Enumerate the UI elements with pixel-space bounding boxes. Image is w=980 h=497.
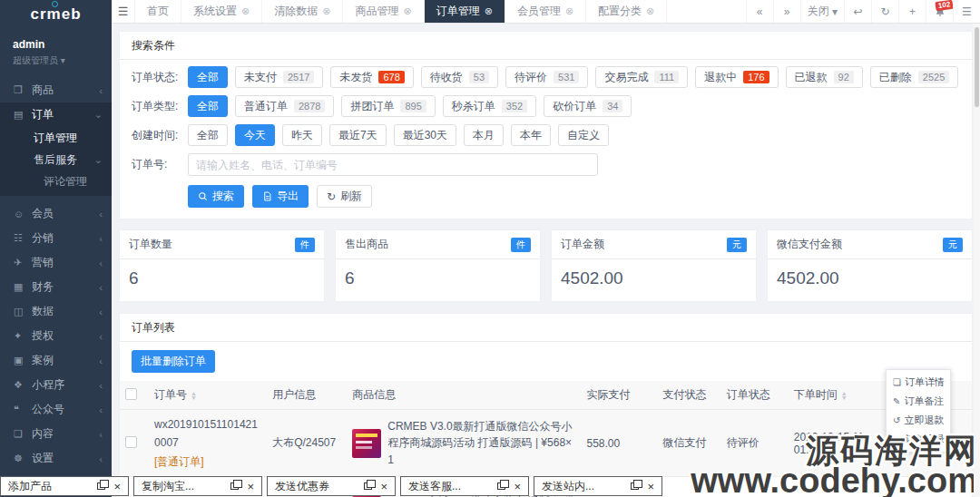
time-filter-7days[interactable]: 最近7天 (329, 124, 387, 146)
tab-close-icon[interactable]: ⊗ (322, 5, 330, 17)
tab-system-settings[interactable]: 系统设置⊗ (181, 0, 262, 23)
sidebar-item-goods[interactable]: ❒ 商品 ‹ (0, 78, 112, 102)
select-all-checkbox[interactable] (125, 388, 137, 400)
close-icon[interactable]: × (514, 480, 521, 493)
notification-bell-icon[interactable]: 102 (926, 0, 953, 23)
status-filter-complete[interactable]: 交易完成111 (595, 66, 688, 88)
time-filter-year[interactable]: 本年 (511, 124, 551, 146)
sidebar-item-miniprogram[interactable]: ❖小程序‹ (0, 373, 112, 397)
task-tab-send-service[interactable]: 发送客服...× (400, 476, 529, 496)
sidebar-item-member[interactable]: ☺会员‹ (0, 201, 112, 226)
sidebar-item-order[interactable]: ▤ 订单 ⌄ (0, 102, 112, 127)
restore-window-icon[interactable] (631, 482, 639, 490)
hamburger-icon[interactable]: ☰ (112, 0, 135, 23)
task-tab-send-site-msg[interactable]: 发送站内...× (534, 476, 662, 496)
sort-icon[interactable]: ▲▼ (841, 391, 848, 400)
time-filter-month[interactable]: 本月 (464, 124, 504, 146)
time-filter-yesterday[interactable]: 昨天 (282, 124, 322, 146)
menu-item-order-detail[interactable]: ❏订单详情 (887, 373, 950, 392)
nav-back-tabs-icon[interactable]: « (746, 0, 773, 23)
sidebar-item-settings[interactable]: ☸设置‹ (0, 446, 112, 471)
tab-close-icon[interactable]: ⊗ (646, 5, 654, 17)
status-filter-to-review[interactable]: 待评价531 (505, 66, 588, 88)
menu-item-order-remark[interactable]: ✎订单备注 (887, 392, 950, 411)
create-time-label: 创建时间: (132, 124, 188, 146)
tab-order-manage[interactable]: 订单管理⊗ (425, 0, 505, 23)
export-button[interactable]: 导出 (252, 185, 309, 208)
scrollbar-thumb[interactable] (975, 27, 979, 107)
back-icon[interactable]: ↩ (844, 0, 871, 23)
status-filter-refunded[interactable]: 已退款92 (786, 66, 863, 88)
user-role-dropdown[interactable]: 超级管理员 ▾ (13, 54, 99, 67)
sort-icon[interactable]: ▲▼ (191, 391, 197, 400)
close-icon[interactable]: × (247, 480, 254, 493)
chevron-down-icon: ⌄ (94, 154, 103, 166)
search-button[interactable]: 搜索 (188, 185, 244, 208)
tab-close-icon[interactable]: ⊗ (403, 5, 411, 17)
new-tab-icon[interactable]: + (898, 0, 926, 23)
sidebar-item-order-manage[interactable]: 订单管理 (0, 127, 112, 149)
time-filter-30days[interactable]: 最近30天 (394, 124, 456, 146)
status-filter-refunding[interactable]: 退款中176 (695, 66, 778, 88)
status-filter-deleted[interactable]: 已删除2525 (870, 66, 958, 88)
user-info: 大布Q/24507 (267, 410, 347, 477)
task-tab-copy-taobao[interactable]: 复制淘宝...× (133, 476, 262, 496)
type-filter-bargain[interactable]: 砍价订单34 (544, 95, 632, 117)
close-icon[interactable]: × (380, 480, 387, 493)
stat-value: 4502.00 (768, 259, 972, 301)
tab-home[interactable]: 首页 (135, 0, 181, 23)
chevron-left-icon: ‹ (99, 258, 103, 268)
close-icon[interactable]: × (647, 480, 654, 493)
time-filter-today[interactable]: 今天 (235, 124, 275, 146)
chevron-left-icon: ‹ (99, 85, 103, 96)
time-filter-all[interactable]: 全部 (188, 124, 228, 146)
sidebar-item-finance[interactable]: ▦财务‹ (0, 275, 112, 299)
order-search-input[interactable] (188, 153, 598, 176)
task-tab-send-coupon[interactable]: 发送优惠券× (267, 476, 396, 496)
order-no: wx2019101511014210007 (154, 415, 261, 453)
stat-label: 订单金额 (561, 237, 604, 252)
menu-icon[interactable]: ☰ (953, 0, 980, 23)
close-icon[interactable]: × (113, 480, 121, 493)
tab-config-category[interactable]: 配置分类⊗ (586, 0, 667, 23)
brand-logo[interactable]: crmeb (0, 0, 112, 29)
menu-item-order-record[interactable]: ▤订单记录 (887, 430, 950, 449)
tab-goods-manage[interactable]: 商品管理⊗ (343, 0, 424, 23)
nav-forward-tabs-icon[interactable]: » (773, 0, 800, 23)
restore-window-icon[interactable] (97, 482, 105, 490)
restore-window-icon[interactable] (364, 482, 372, 490)
tab-close-icon[interactable]: ⊗ (565, 5, 573, 17)
sidebar-item-after-sale[interactable]: 售后服务 ⌄ (0, 149, 112, 171)
sidebar-item-content[interactable]: ❏内容‹ (0, 422, 112, 446)
type-filter-normal[interactable]: 普通订单2878 (235, 95, 334, 117)
tab-close-icon[interactable]: ⊗ (485, 5, 493, 17)
time-filter-custom[interactable]: 自定义 (558, 124, 609, 146)
tab-close-icon[interactable]: ⊗ (241, 5, 250, 17)
task-tab-add-product[interactable]: 添加产品× (0, 476, 129, 496)
sidebar-item-comment-manage[interactable]: 评论管理 (0, 171, 112, 192)
sidebar-item-marketing[interactable]: ✈营销‹ (0, 250, 112, 275)
status-filter-to-receive[interactable]: 待收货53 (421, 66, 498, 88)
row-checkbox[interactable] (125, 436, 137, 448)
restore-window-icon[interactable] (497, 482, 505, 490)
sidebar-item-official-account[interactable]: ❝公众号‹ (0, 397, 112, 422)
sidebar-item-case[interactable]: ▣案例‹ (0, 348, 112, 373)
sidebar-item-data[interactable]: ◫数据‹ (0, 299, 112, 324)
status-filter-unpaid[interactable]: 未支付2517 (235, 66, 323, 88)
sidebar-item-auth[interactable]: ✦授权‹ (0, 324, 112, 348)
type-filter-all[interactable]: 全部 (188, 95, 228, 117)
refresh-button[interactable]: ↻ 刷新 (317, 185, 372, 208)
status-filter-all[interactable]: 全部 (188, 66, 228, 88)
type-filter-group[interactable]: 拼团订单895 (341, 95, 435, 117)
batch-delete-button[interactable]: 批量删除订单 (132, 350, 215, 373)
refresh-icon[interactable]: ↻ (871, 0, 898, 23)
menu-item-refund-now[interactable]: ↺立即退款 (887, 411, 950, 430)
tab-member-manage[interactable]: 会员管理⊗ (505, 0, 586, 23)
close-tabs-dropdown[interactable]: 关闭 ▾ (800, 0, 844, 23)
type-filter-seckill[interactable]: 秒杀订单352 (443, 95, 536, 117)
sidebar-item-distribution[interactable]: ☷分销‹ (0, 226, 112, 250)
restore-window-icon[interactable] (230, 482, 239, 490)
tab-clear-data[interactable]: 清除数据⊗ (262, 0, 343, 23)
create-time-filter-row: 创建时间: 全部 今天 昨天 最近7天 最近30天 本月 本年 自定义 (120, 118, 972, 147)
status-filter-unshipped[interactable]: 未发货678 (330, 66, 413, 88)
